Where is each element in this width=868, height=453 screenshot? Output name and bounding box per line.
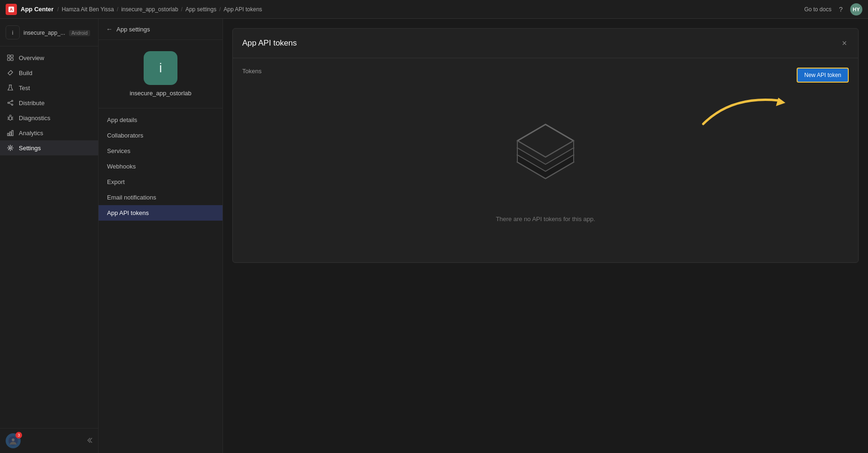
share-icon [7,99,14,107]
sidebar-item-label: Test [19,84,30,92]
svg-line-10 [9,101,11,103]
sidebar-item-test[interactable]: Test [0,80,98,95]
help-icon[interactable]: ? [839,6,843,13]
svg-point-12 [9,116,12,120]
grid-icon [7,54,14,61]
settings-nav-export[interactable]: Export [99,174,223,190]
svg-rect-14 [10,132,11,136]
sidebar-bottom: 3 [0,428,98,453]
sidebar-item-label: Build [19,69,32,77]
settings-app-icon-large: i [144,51,177,85]
sidebar-app-icon: i [6,25,20,39]
settings-nav-webhooks[interactable]: Webhooks [99,159,223,174]
panel-body: Tokens New API token [233,58,858,260]
sidebar-item-label: Diagnostics [19,115,50,122]
settings-nav-services[interactable]: Services [99,143,223,159]
sidebar-app-name: insecure_app_... [23,30,65,36]
sidebar-item-diagnostics[interactable]: Diagnostics [0,110,98,125]
back-arrow-icon: ← [106,25,113,33]
gear-icon [7,144,14,152]
settings-nav-list: App details Collaborators Services Webho… [99,108,223,224]
sidebar-item-overview[interactable]: Overview [0,50,98,65]
sidebar: i insecure_app_... Android Overview [0,19,99,453]
sidebar-item-settings[interactable]: Settings [0,140,98,155]
settings-nav-app-api-tokens[interactable]: App API tokens [99,205,223,221]
svg-rect-3 [11,55,13,57]
panel-close-button[interactable]: × [840,37,849,49]
app-center-logo: A [6,4,17,15]
topbar: A App Center / Hamza Ait Ben Yissa / ins… [0,0,868,19]
sidebar-item-label: Analytics [19,130,43,137]
sidebar-item-analytics[interactable]: Analytics [0,125,98,140]
svg-rect-13 [8,133,9,136]
empty-state-text: There are no API tokens for this app. [496,215,595,223]
topbar-right: Go to docs ? HY [804,3,862,15]
hammer-icon [7,69,14,77]
main-panel: App API tokens × Tokens New API token [223,19,868,453]
sidebar-item-distribute[interactable]: Distribute [0,95,98,110]
svg-point-7 [12,100,13,102]
settings-nav-app-details[interactable]: App details [99,112,223,128]
sidebar-app-header: i insecure_app_... Android [0,19,98,46]
sidebar-item-build[interactable]: Build [0,65,98,80]
svg-line-11 [9,103,11,105]
svg-point-18 [12,438,15,441]
beaker-icon [7,84,14,92]
sidebar-item-label: Overview [19,54,44,61]
chart-icon [7,129,14,137]
settings-nav-collaborators[interactable]: Collaborators [99,128,223,143]
svg-rect-5 [11,58,13,61]
settings-nav-email-notifications[interactable]: Email notifications [99,190,223,205]
panel-container: App API tokens × Tokens New API token [232,28,859,263]
svg-rect-15 [12,131,13,136]
breadcrumb: / Hamza Ait Ben Yissa / insecure_app_ost… [57,6,262,13]
settings-app-icon-section: i insecure_app_ostorlab [99,40,223,108]
svg-point-16 [9,147,11,149]
main-layout: i insecure_app_... Android Overview [0,19,868,453]
svg-point-9 [12,104,13,106]
notification-badge: 3 [15,432,22,438]
settings-app-name-label: insecure_app_ostorlab [130,90,192,97]
empty-state: There are no API tokens for this app. [242,82,849,251]
goto-docs-link[interactable]: Go to docs [804,6,831,13]
collapse-sidebar-button[interactable] [86,437,92,445]
bottom-avatar[interactable]: 3 [6,433,21,448]
svg-text:A: A [10,7,13,12]
new-api-token-button[interactable]: New API token [797,68,849,83]
user-avatar[interactable]: HY [850,3,862,15]
settings-subnav-back[interactable]: ← App settings [99,19,223,40]
settings-subnav: ← App settings i insecure_app_ostorlab A… [99,19,223,453]
sidebar-item-label: Settings [19,145,41,152]
bug-icon [7,114,14,122]
sidebar-item-label: Distribute [19,100,45,107]
svg-rect-4 [8,58,10,61]
empty-state-icon [499,110,592,206]
panel-title: App API tokens [242,38,297,48]
tokens-label: Tokens [242,68,849,75]
panel-header: App API tokens × [233,29,858,58]
settings-subnav-title: App settings [116,26,150,33]
content-area: ← App settings i insecure_app_ostorlab A… [99,19,868,453]
app-center-label: App Center [21,6,54,13]
sidebar-app-badge: Android [69,30,90,36]
sidebar-nav: Overview Build Test [0,46,98,428]
svg-point-8 [8,102,9,104]
svg-rect-2 [8,55,10,57]
